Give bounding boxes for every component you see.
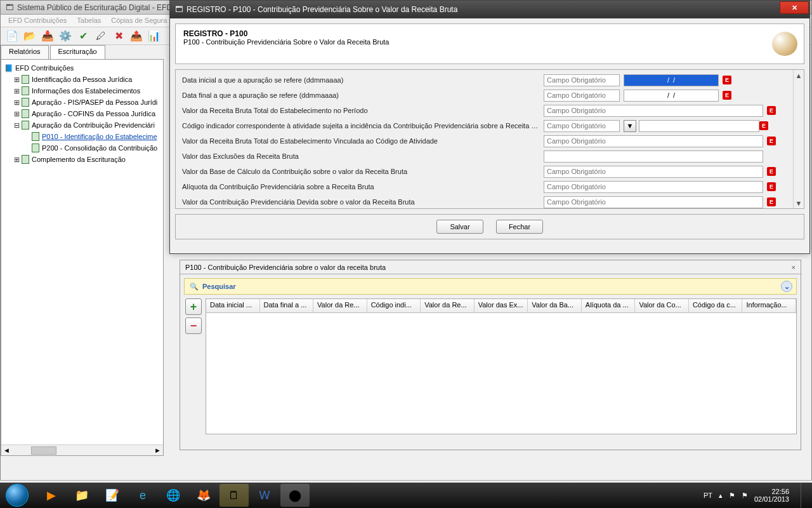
start-button[interactable] [0,483,34,508]
col-valor-contrib[interactable]: Valor da Co... [635,299,689,312]
taskbar-notes-icon[interactable]: 🗒 [219,484,249,507]
tree-item-info-estab[interactable]: ⊞Informações dos Estabelecimentos [4,85,160,97]
input-codigo-descricao[interactable] [639,120,759,132]
col-informacao[interactable]: Informação... [742,299,796,312]
dialog-title: REGISTRO - P100 - Contribuição Previdenc… [187,5,457,14]
error-icon: E [767,106,776,115]
tab-relatorios[interactable]: Relatórios [1,45,49,59]
toolbar-open-icon[interactable]: 📂 [22,29,37,44]
toolbar-new-icon[interactable]: 📄 [4,29,20,44]
book-icon: 📘 [4,64,14,72]
error-icon: E [767,197,776,206]
tree-sub-p010[interactable]: P010 - Identificação do Estabelecime [4,131,160,142]
tree-item-complemento[interactable]: ⊞Complemento da Escrituração [4,154,160,165]
form-scrollbar[interactable]: ▲ ▼ [793,70,804,208]
col-valor-receita[interactable]: Valor da Re... [313,299,367,312]
search-icon: 🔍 [190,283,199,291]
input-data-final[interactable] [624,90,719,102]
taskbar-word-icon[interactable]: W [250,484,279,507]
dialog-header-subtitle: P100 - Contribuição Previdenciária Sobre… [183,38,389,46]
tree-item-pis[interactable]: ⊞Apuração - PIS/PASEP da Pessoa Jurídi [4,97,160,108]
data-grid[interactable]: Data inicial ... Data final a ... Valor … [206,298,797,434]
col-valor-receita-2[interactable]: Valor da Re... [421,299,475,312]
label-aliquota: Alíquota da Contribuição Previdenciária … [182,183,544,190]
label-valor-receita-total: Valor da Receita Bruta Total do Estabele… [182,107,544,114]
error-icon: E [767,182,776,191]
taskbar-explorer-icon[interactable]: 📁 [67,484,96,507]
input-data-inicial[interactable] [624,74,719,86]
save-button[interactable]: Salvar [436,220,483,234]
input-valor-contrib-devida[interactable] [544,196,763,208]
tree-root[interactable]: 📘EFD Contribuições [4,62,160,74]
toolbar-delete-icon[interactable]: ✖ [111,29,126,44]
input-codigo-indicador[interactable] [544,120,620,132]
col-data-inicial[interactable]: Data inicial ... [206,299,260,312]
scroll-up-icon[interactable]: ▲ [794,70,804,81]
input-valor-base[interactable] [544,166,763,178]
dialog-title-bar[interactable]: 🗔 REGISTRO - P100 - Contribuição Previde… [170,1,809,18]
label-data-inicial: Data inicial a que a apuração se refere … [182,76,544,84]
toolbar-export-icon[interactable]: 📤 [129,29,144,44]
chevron-down-icon[interactable]: ⌄ [781,281,792,292]
taskbar-notepad-icon[interactable]: 📝 [98,484,127,507]
tree-item-id-pj[interactable]: ⊞Identificação da Pessoa Jurídica [4,74,160,85]
menu-efd[interactable]: EFD Contribuições [4,16,70,25]
sped-logo-icon [772,32,797,56]
input-valor-receita-total[interactable] [544,105,763,117]
add-row-button[interactable]: + [185,298,202,315]
col-codigo-conta[interactable]: Código da c... [689,299,743,312]
toolbar-validate-icon[interactable]: ✔ [75,29,91,44]
remove-row-button[interactable]: − [185,318,202,334]
col-data-final[interactable]: Data final a ... [260,299,314,312]
input-aliquota[interactable] [544,181,763,193]
col-codigo-indicador[interactable]: Código indi... [367,299,421,312]
codigo-dropdown-button[interactable]: ▼ [624,120,636,132]
tray-language[interactable]: PT [704,491,712,499]
document-icon [22,98,29,107]
tree-hscrollbar[interactable]: ◄► [1,444,163,455]
toolbar-import-icon[interactable]: 📥 [40,29,55,44]
taskbar-firefox-icon[interactable]: 🦊 [189,484,218,507]
error-icon: E [759,121,768,130]
toolbar-report-icon[interactable]: 📊 [147,29,162,44]
lower-close-icon[interactable]: × [792,264,796,271]
input-valor-exclusoes[interactable] [544,150,763,163]
input-data-inicial-obrig[interactable] [544,74,620,86]
error-icon: E [767,137,776,145]
input-data-final-obrig[interactable] [544,90,620,102]
taskbar-media-player-icon[interactable]: ▶ [37,484,66,507]
show-desktop-button[interactable] [801,483,807,508]
system-tray: PT ▴ ⚑ ⚑ 22:56 02/01/2013 [704,483,812,508]
close-button[interactable]: Fechar [496,220,543,234]
error-icon: E [723,76,731,84]
tray-clock[interactable]: 22:56 02/01/2013 [754,488,789,503]
label-valor-receita-vinculada: Valor da Receita Bruta Total do Estabele… [182,137,544,145]
dialog-close-button[interactable]: ✕ [780,1,809,14]
document-icon [32,144,39,152]
input-valor-receita-vinculada[interactable] [544,135,763,147]
col-aliquota[interactable]: Alíquota da ... [582,299,636,312]
tree-item-previdenciaria[interactable]: ⊟Apuração da Contribuição Previdenciári [4,119,160,131]
label-valor-exclusoes: Valor das Exclusões da Receita Bruta [182,152,544,160]
grid-header: Data inicial ... Data final a ... Valor … [206,299,796,313]
tab-escrituracao[interactable]: Escrituração [50,45,105,59]
col-valor-base[interactable]: Valor da Ba... [528,299,582,312]
label-codigo-indicador: Código indicador correspondente à ativid… [182,122,544,130]
toolbar-sign-icon[interactable]: 🖊 [93,29,108,44]
taskbar-ie-icon[interactable]: e [128,484,157,507]
scroll-down-icon[interactable]: ▼ [794,197,804,208]
taskbar-sped-icon[interactable]: ⬤ [280,484,310,507]
tray-flag2-icon[interactable]: ⚑ [742,491,748,500]
col-valor-exclusoes[interactable]: Valor das Ex... [475,299,528,312]
taskbar-chrome-icon[interactable]: 🌐 [159,484,188,507]
taskbar: ▶ 📁 📝 e 🌐 🦊 🗒 W ⬤ PT ▴ ⚑ ⚑ 22:56 02/01/2… [0,483,812,508]
tree-sub-p200[interactable]: P200 - Consolidação da Contribuição [4,142,160,154]
toolbar-settings-icon[interactable]: ⚙️ [58,29,73,44]
tree-pane: 📘EFD Contribuições ⊞Identificação da Pes… [1,59,164,456]
tray-show-hidden-icon[interactable]: ▴ [719,491,723,500]
menu-copias[interactable]: Cópias de Segura [107,16,171,25]
tree-item-cofins[interactable]: ⊞Apuração - COFINS da Pessoa Jurídica [4,108,160,119]
menu-tabelas[interactable]: Tabelas [73,16,105,25]
search-bar[interactable]: 🔍 Pesquisar ⌄ [184,278,797,295]
tray-flag-icon[interactable]: ⚑ [729,491,735,500]
